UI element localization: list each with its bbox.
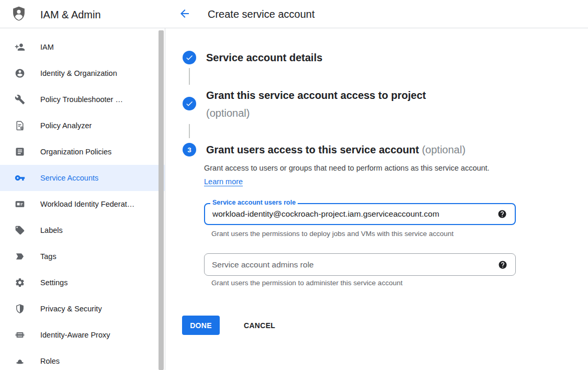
page-header: Create service account [178, 0, 191, 28]
sidebar-item-policy-analyzer[interactable]: Policy Analyzer [0, 113, 165, 139]
badge-card-icon [15, 199, 25, 209]
step3-number-circle: 3 [183, 143, 196, 156]
person-add-icon [15, 42, 25, 52]
wrench-icon [15, 94, 25, 105]
sidebar-item-label: Policy Troubleshooter … [40, 95, 123, 104]
back-button[interactable] [178, 8, 191, 20]
sidebar-item-labels[interactable]: Labels [0, 217, 165, 243]
cancel-button[interactable]: CANCEL [235, 316, 284, 335]
page-title: Create service account [208, 8, 315, 20]
sidebar-item-label: Labels [40, 226, 63, 234]
users-role-field-label: Service account users role [210, 199, 298, 206]
sidebar-item-tags[interactable]: Tags [0, 243, 165, 270]
sidebar-scrollbar-thumb[interactable] [159, 30, 164, 370]
label-tag-icon [15, 225, 25, 236]
policy-analyzer-icon [15, 120, 25, 131]
sidebar-item-label: Roles [40, 357, 60, 365]
sidebar-item-roles[interactable]: Roles [0, 348, 165, 370]
step3-optional-label: (optional) [422, 144, 465, 155]
product-brand: IAM & Admin [10, 5, 101, 24]
users-role-helper-text: Grant users the permissions to deploy jo… [211, 229, 454, 238]
sidebar-item-label: Privacy & Security [40, 305, 102, 313]
account-circle-icon [15, 68, 25, 79]
step2-check-circle-icon [183, 97, 196, 110]
iam-shield-logo [10, 5, 27, 24]
sidebar-item-identity-organization[interactable]: Identity & Organization [0, 60, 165, 86]
step2-title-text: Grant this service account access to pro… [206, 89, 426, 101]
sidebar-item-organization-policies[interactable]: Organization Policies [0, 139, 165, 165]
tag-arrow-icon [15, 251, 25, 262]
proxy-icon [15, 330, 25, 340]
sidebar-nav: IAM Identity & Organization Policy Troub… [0, 28, 165, 370]
sidebar-item-label: Identity-Aware Proxy [40, 331, 110, 339]
top-bar: IAM & Admin Create service account [0, 0, 588, 28]
step3-description: Grant access to users or groups that nee… [204, 162, 497, 188]
admins-role-helper-text: Grant users the permission to administer… [211, 278, 402, 287]
done-button[interactable]: DONE [182, 316, 220, 335]
step-connector [189, 124, 190, 138]
create-service-account-form: Service account details Grant this servi… [165, 28, 588, 370]
sidebar-divider [165, 0, 165, 370]
sidebar-item-label: Tags [40, 252, 56, 261]
sidebar-item-label: Workload Identity Federat… [40, 200, 134, 208]
gear-icon [15, 277, 25, 288]
sidebar-item-label: Settings [40, 278, 67, 287]
sidebar-item-settings[interactable]: Settings [0, 270, 165, 296]
step1-check-circle-icon [183, 51, 196, 64]
admins-role-help-button[interactable] [498, 260, 507, 270]
sidebar-item-workload-identity-federation[interactable]: Workload Identity Federat… [0, 191, 165, 217]
admins-role-field [204, 253, 516, 276]
sidebar-item-iam[interactable]: IAM [0, 34, 165, 60]
sidebar-item-label: IAM [40, 43, 54, 51]
sidebar-item-policy-troubleshooter[interactable]: Policy Troubleshooter … [0, 86, 165, 113]
sidebar-item-label: Service Accounts [40, 174, 98, 182]
sidebar-item-identity-aware-proxy[interactable]: Identity-Aware Proxy [0, 322, 165, 348]
help-icon [498, 260, 507, 270]
step3-title-text: Grant users access to this service accou… [206, 144, 419, 155]
roles-hat-icon [15, 356, 25, 366]
learn-more-link[interactable]: Learn more [204, 177, 243, 186]
sidebar-item-label: Policy Analyzer [40, 121, 92, 130]
service-account-key-icon [15, 173, 25, 183]
step-connector [189, 68, 190, 85]
step3-title: Grant users access to this service accou… [206, 142, 466, 157]
step2-title: Grant this service account access to pro… [206, 86, 426, 122]
product-title: IAM & Admin [40, 6, 101, 24]
sidebar-item-label: Organization Policies [40, 148, 111, 156]
form-actions: DONE CANCEL [182, 316, 284, 335]
sidebar-item-privacy-security[interactable]: Privacy & Security [0, 296, 165, 322]
users-role-field: Service account users role [204, 203, 516, 225]
step3-number: 3 [187, 146, 191, 154]
step2-optional-label: (optional) [206, 104, 426, 122]
admins-role-input[interactable] [205, 254, 515, 275]
users-role-input[interactable] [205, 204, 515, 224]
document-icon [15, 147, 25, 157]
gcp-console-app: IAM & Admin Create service account IAM I… [0, 0, 588, 370]
users-role-help-button[interactable] [497, 209, 507, 219]
arrow-back-icon [178, 7, 191, 21]
step3-description-text: Grant access to users or groups that nee… [204, 164, 490, 172]
step1-title: Service account details [206, 50, 322, 65]
help-icon [497, 209, 507, 219]
shield-icon [15, 304, 25, 314]
sidebar-item-service-accounts[interactable]: Service Accounts [0, 165, 165, 191]
sidebar-item-label: Identity & Organization [40, 69, 117, 77]
